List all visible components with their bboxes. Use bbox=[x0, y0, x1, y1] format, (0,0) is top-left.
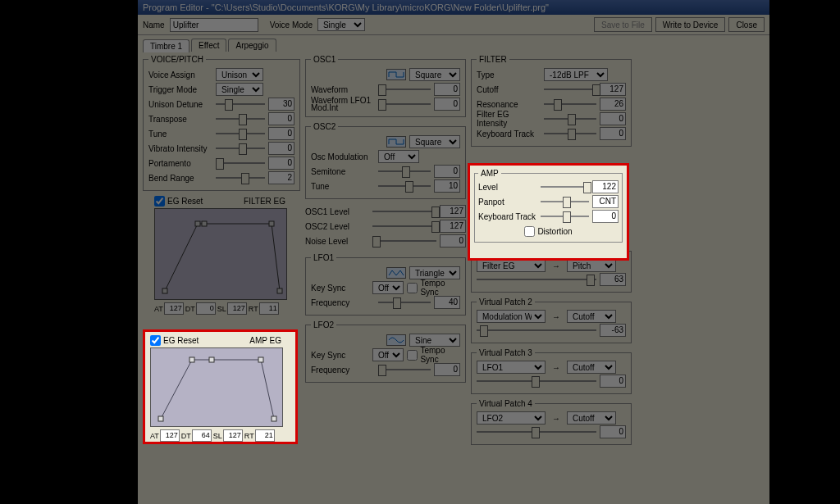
osc2-mod-select[interactable]: Off bbox=[378, 150, 419, 163]
name-input[interactable] bbox=[170, 18, 258, 32]
lfo1-temposync-checkbox[interactable]: Tempo Sync bbox=[407, 279, 460, 297]
amp-kbdtrack-slider[interactable] bbox=[541, 214, 589, 219]
mixer-group: OSC1 Level 127 OSC2 Level 127 Noise Leve… bbox=[305, 204, 466, 248]
vp2-value: -63 bbox=[600, 324, 626, 337]
filter-resonance-slider[interactable] bbox=[544, 102, 596, 107]
bend-range-value: 2 bbox=[268, 171, 294, 184]
lfo1-legend: LFO1 bbox=[311, 253, 336, 262]
amp-panpot-label: Panpot bbox=[478, 198, 537, 207]
amp-eg-rt[interactable]: 21 bbox=[255, 429, 275, 442]
vp4-dst-select[interactable]: Cutoff bbox=[567, 411, 616, 425]
amp-eg-dt[interactable]: 64 bbox=[192, 429, 212, 442]
unison-detune-value: 30 bbox=[268, 98, 294, 111]
tabs: Timbre 1 Effect Arpeggio bbox=[138, 35, 769, 52]
lfo2-legend: LFO2 bbox=[311, 320, 336, 329]
amp-eg-title: AMP EG bbox=[249, 336, 281, 345]
voice-assign-select[interactable]: Unison bbox=[216, 68, 263, 81]
vp2-src-select[interactable]: Modulation Wheel bbox=[477, 310, 546, 323]
amp-distortion-checkbox[interactable]: Distortion bbox=[524, 226, 572, 237]
arrow-icon: → bbox=[549, 312, 564, 321]
lfo2-keysync-select[interactable]: Off bbox=[372, 348, 404, 361]
voice-mode-select[interactable]: Single bbox=[317, 18, 365, 31]
lfo1-wave-select[interactable]: Triangle bbox=[386, 266, 460, 279]
amp-eg-sl[interactable]: 127 bbox=[223, 429, 243, 442]
bend-range-slider[interactable] bbox=[216, 175, 265, 180]
unison-detune-label: Unison Detune bbox=[148, 100, 212, 109]
lfo2-temposync-checkbox[interactable]: Tempo Sync bbox=[407, 346, 460, 364]
amp-eg-reset-checkbox[interactable]: EG Reset bbox=[150, 335, 199, 346]
amp-eg-at[interactable]: 127 bbox=[160, 429, 180, 442]
triangle-wave-icon bbox=[386, 267, 406, 279]
filter-eg-rt[interactable]: 11 bbox=[259, 302, 279, 315]
amp-kbdtrack-label: Keyboard Track bbox=[478, 212, 537, 221]
vp4-legend: Virtual Patch 4 bbox=[477, 399, 535, 408]
noise-level-slider[interactable] bbox=[372, 238, 436, 243]
portamento-slider[interactable] bbox=[216, 161, 265, 166]
vibrato-slider[interactable] bbox=[216, 146, 265, 151]
lfo1-freq-slider[interactable] bbox=[378, 300, 431, 305]
close-button[interactable]: Close bbox=[728, 17, 765, 32]
tune-slider[interactable] bbox=[216, 131, 265, 136]
filter-egint-value: 0 bbox=[600, 112, 626, 125]
lfo2-keysync-label: Key Sync bbox=[311, 351, 369, 360]
svg-rect-4 bbox=[277, 288, 282, 293]
filter-eg-envelope[interactable] bbox=[154, 208, 287, 300]
filter-eg-at[interactable]: 127 bbox=[164, 302, 184, 315]
vp1-dst-select[interactable]: Pitch bbox=[567, 259, 616, 272]
vp3-slider[interactable] bbox=[477, 379, 596, 384]
osc1-lfo1-slider[interactable] bbox=[378, 102, 431, 107]
osc2-wave-select[interactable]: Square bbox=[386, 135, 460, 148]
lfo1-keysync-label: Key Sync bbox=[311, 284, 369, 293]
amp-legend: AMP bbox=[478, 169, 501, 178]
unison-detune-slider[interactable] bbox=[216, 102, 265, 107]
amp-level-slider[interactable] bbox=[541, 184, 589, 189]
vp3-dst-select[interactable]: Cutoff bbox=[567, 361, 616, 374]
vp2-slider[interactable] bbox=[477, 328, 596, 333]
osc1-group: OSC1 Square Waveform 0 Waveform LFO1 Mod… bbox=[305, 55, 466, 117]
square-wave-icon bbox=[386, 69, 406, 80]
tune-label: Tune bbox=[148, 129, 212, 138]
toolbar: Name Voice Mode Single Save to File Writ… bbox=[138, 15, 769, 35]
voice-pitch-group: VOICE/PITCH Voice Assign Unison Trigger … bbox=[143, 55, 300, 191]
filter-eg-dt[interactable]: 0 bbox=[196, 302, 216, 315]
vp1-slider[interactable] bbox=[477, 277, 596, 282]
lfo2-wave-select[interactable]: Sine bbox=[386, 334, 460, 347]
osc1-level-slider[interactable] bbox=[372, 209, 436, 214]
filter-eg-reset-checkbox[interactable]: EG Reset bbox=[154, 196, 203, 207]
filter-cutoff-slider[interactable] bbox=[544, 87, 596, 92]
amp-eg-envelope[interactable] bbox=[150, 347, 283, 427]
osc1-waveform-value: 0 bbox=[434, 83, 460, 96]
filter-eg-group: EG Reset FILTER EG AT127 DT0 SL127 RT11 bbox=[143, 196, 300, 315]
amp-panpot-slider[interactable] bbox=[541, 199, 589, 204]
osc2-legend: OSC2 bbox=[311, 122, 338, 131]
amp-eg-highlight: EG Reset AMP EG AT127 DT64 SL127 RT21 bbox=[143, 329, 298, 444]
lfo1-keysync-select[interactable]: Off bbox=[372, 281, 404, 294]
write-to-device-button[interactable]: Write to Device bbox=[655, 17, 726, 32]
osc2-semitone-slider[interactable] bbox=[378, 169, 431, 174]
filter-eg-sl[interactable]: 127 bbox=[227, 302, 247, 315]
vp4-src-select[interactable]: LFO2 bbox=[477, 411, 546, 425]
tab-timbre1[interactable]: Timbre 1 bbox=[143, 39, 189, 52]
osc1-waveform-slider[interactable] bbox=[378, 87, 431, 92]
osc2-tune-slider[interactable] bbox=[378, 184, 431, 188]
amp-eg-values: AT127 DT64 SL127 RT21 bbox=[150, 429, 290, 442]
vp4-group: Virtual Patch 4 LFO2 → Cutoff 0 bbox=[471, 399, 632, 445]
osc2-level-slider[interactable] bbox=[372, 224, 436, 229]
filter-legend: FILTER bbox=[477, 55, 509, 64]
trigger-mode-select[interactable]: Single bbox=[216, 83, 263, 96]
filter-egint-slider[interactable] bbox=[544, 116, 596, 121]
vp2-dst-select[interactable]: Cutoff bbox=[567, 310, 616, 323]
lfo2-freq-slider[interactable] bbox=[378, 367, 431, 372]
save-to-file-button[interactable]: Save to File bbox=[594, 17, 652, 32]
tab-effect[interactable]: Effect bbox=[191, 39, 226, 52]
osc1-wave-select[interactable]: Square bbox=[386, 68, 460, 81]
transpose-slider[interactable] bbox=[216, 116, 265, 121]
filter-type-select[interactable]: -12dB LPF bbox=[544, 68, 608, 81]
vp3-src-select[interactable]: LFO1 bbox=[477, 361, 546, 374]
filter-kbdtrack-slider[interactable] bbox=[544, 131, 596, 136]
vp1-src-select[interactable]: Filter EG bbox=[477, 259, 546, 272]
filter-type-label: Type bbox=[477, 70, 541, 79]
tab-arpeggio[interactable]: Arpeggio bbox=[228, 39, 276, 52]
vp4-slider[interactable] bbox=[477, 429, 596, 434]
transpose-value: 0 bbox=[268, 112, 294, 125]
